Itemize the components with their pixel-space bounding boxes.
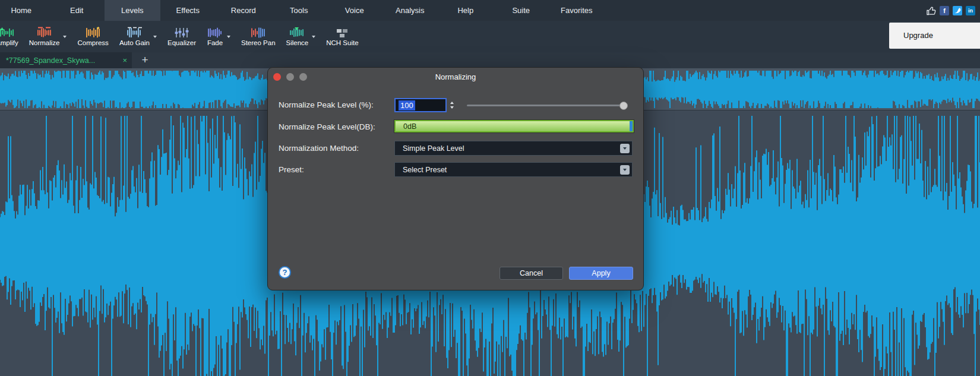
toolbar-item-stereo-pan[interactable]: Stereo Pan bbox=[236, 21, 281, 52]
normalization-method-value: Simple Peak Level bbox=[395, 144, 620, 153]
toolbar-item-equalizer[interactable]: Equalizer bbox=[162, 21, 201, 52]
toolbar-item-auto-gain[interactable]: Auto Gain bbox=[114, 21, 162, 52]
peak-db-label: Normalize Peak Level(DB): bbox=[279, 122, 375, 131]
stepper-up-icon[interactable] bbox=[450, 102, 454, 104]
normalizing-dialog: Normalizing Normalize Peak Level (%): 10… bbox=[267, 67, 644, 290]
fade-icon bbox=[207, 27, 223, 39]
toolbar-item-label: Silence bbox=[286, 39, 309, 46]
cancel-button[interactable]: Cancel bbox=[500, 267, 563, 280]
menu-item-levels[interactable]: Levels bbox=[105, 0, 160, 21]
level-bar-cap bbox=[630, 121, 633, 131]
slider-track[interactable] bbox=[467, 105, 627, 106]
toolbar-item-normalize[interactable]: Normalize bbox=[24, 21, 72, 52]
menu-item-analysis[interactable]: Analysis bbox=[382, 0, 438, 21]
toolbar: AmplifyNormalize*CompressAuto GainEquali… bbox=[0, 21, 980, 52]
peak-db-value: 0dB bbox=[396, 122, 416, 131]
chevron-down-icon[interactable] bbox=[620, 144, 630, 153]
close-tab-icon[interactable]: × bbox=[118, 56, 132, 65]
normalize-icon bbox=[36, 27, 53, 39]
peak-percent-slider[interactable] bbox=[467, 98, 627, 112]
toolbar-item-compress[interactable]: *Compress bbox=[72, 21, 113, 52]
toolbar-item-fade[interactable]: Fade bbox=[201, 21, 236, 52]
slider-thumb[interactable] bbox=[619, 102, 628, 110]
toolbar-item-label: Equalizer bbox=[167, 39, 196, 46]
stereo-pan-icon bbox=[250, 27, 267, 39]
preset-label: Preset: bbox=[279, 165, 304, 174]
peak-percent-value: 100 bbox=[399, 100, 415, 110]
menu-item-suite[interactable]: Suite bbox=[494, 0, 549, 21]
toolbar-item-label: Auto Gain bbox=[119, 39, 150, 46]
tab-bar: *77569_Spandex_Skywa... × + bbox=[0, 52, 980, 68]
app-root: HomeEditLevelsEffectsRecordToolsVoiceAna… bbox=[0, 0, 980, 376]
twitter-bird-icon bbox=[954, 8, 961, 14]
toolbar-item-label: NCH Suite bbox=[326, 39, 358, 46]
toolbar-item-label: Normalize bbox=[29, 39, 60, 46]
equalizer-icon bbox=[173, 27, 190, 39]
menu-item-record[interactable]: Record bbox=[216, 0, 271, 21]
file-tab[interactable]: *77569_Spandex_Skywa... × bbox=[0, 52, 132, 68]
chevron-down-icon[interactable] bbox=[312, 36, 315, 38]
menu-item-home[interactable]: Home bbox=[0, 0, 49, 21]
menu-bar: HomeEditLevelsEffectsRecordToolsVoiceAna… bbox=[0, 0, 980, 21]
silence-icon bbox=[289, 27, 305, 39]
chevron-down-icon[interactable] bbox=[620, 165, 630, 175]
twitter-icon[interactable] bbox=[953, 6, 962, 15]
svg-text:*: * bbox=[97, 27, 100, 33]
apply-button[interactable]: Apply bbox=[569, 267, 633, 280]
toolbar-item-amplify[interactable]: Amplify bbox=[0, 21, 24, 52]
preset-value: Select Preset bbox=[395, 166, 620, 174]
peak-percent-label: Normalize Peak Level (%): bbox=[279, 100, 374, 109]
toolbar-item-label: Compress bbox=[77, 39, 108, 46]
stepper-down-icon[interactable] bbox=[450, 106, 454, 109]
menu-item-effects[interactable]: Effects bbox=[160, 0, 216, 21]
menu-item-voice[interactable]: Voice bbox=[327, 0, 382, 21]
toolbar-items: AmplifyNormalize*CompressAuto GainEquali… bbox=[0, 21, 364, 52]
toolbar-item-label: Fade bbox=[207, 39, 223, 46]
dialog-title: Normalizing bbox=[268, 72, 643, 81]
normalization-method-label: Normalization Method: bbox=[279, 144, 359, 153]
peak-percent-stepper[interactable] bbox=[447, 98, 457, 112]
menu-social-icons: f in bbox=[926, 5, 975, 15]
new-tab-button[interactable]: + bbox=[138, 52, 152, 68]
chevron-down-icon[interactable] bbox=[227, 36, 230, 38]
normalization-method-dropdown[interactable]: Simple Peak Level bbox=[394, 141, 633, 156]
help-button[interactable]: ? bbox=[279, 266, 291, 279]
auto-gain-icon bbox=[126, 27, 143, 39]
toolbar-item-silence[interactable]: Silence bbox=[281, 21, 321, 52]
amplify-icon bbox=[0, 27, 15, 39]
menu-item-favorites[interactable]: Favorites bbox=[549, 0, 605, 21]
linkedin-icon[interactable]: in bbox=[966, 6, 975, 15]
chevron-down-icon[interactable] bbox=[153, 36, 157, 38]
peak-db-level-bar[interactable]: 0dB bbox=[394, 120, 634, 132]
menu-item-tools[interactable]: Tools bbox=[271, 0, 327, 21]
menu-item-help[interactable]: Help bbox=[438, 0, 494, 21]
menu-bar-items: HomeEditLevelsEffectsRecordToolsVoiceAna… bbox=[0, 0, 605, 21]
toolbar-item-label: Amplify bbox=[0, 39, 18, 46]
nch-suite-icon bbox=[334, 27, 350, 39]
toolbar-item-nch-suite[interactable]: NCH Suite bbox=[321, 21, 363, 52]
file-tab-label: *77569_Spandex_Skywa... bbox=[0, 56, 118, 65]
facebook-icon[interactable]: f bbox=[940, 6, 949, 15]
chevron-down-icon[interactable] bbox=[63, 36, 67, 38]
compress-icon: * bbox=[85, 27, 102, 39]
like-icon[interactable] bbox=[926, 5, 936, 15]
preset-dropdown[interactable]: Select Preset bbox=[394, 162, 633, 177]
peak-percent-input[interactable]: 100 bbox=[394, 98, 447, 112]
toolbar-item-label: Stereo Pan bbox=[241, 39, 276, 46]
upgrade-button[interactable]: Upgrade bbox=[889, 23, 980, 49]
menu-item-edit[interactable]: Edit bbox=[49, 0, 105, 21]
